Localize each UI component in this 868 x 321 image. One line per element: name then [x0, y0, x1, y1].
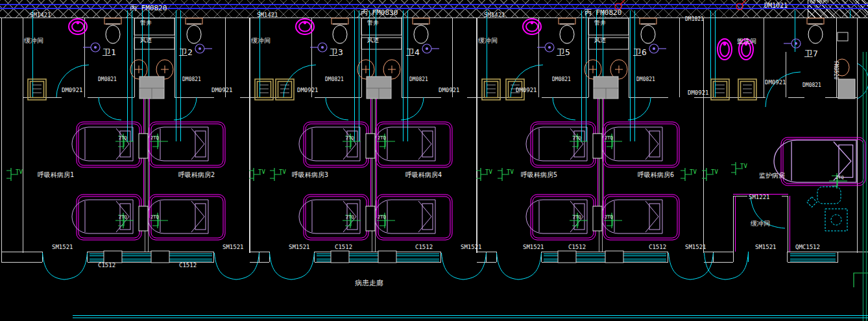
door-label-dm0921-l: DM0921 — [62, 88, 83, 93]
room-label-wc4: 卫4 — [406, 48, 420, 56]
gas-outlet-label: 2TQ — [605, 136, 613, 141]
module-3-geometry — [477, 10, 714, 279]
fm-door-label-3: 丙 FM0820 — [585, 9, 621, 16]
door-label-dm0921-r: DM0921 — [439, 88, 460, 93]
room-label-wc1: 卫1 — [102, 48, 116, 56]
room-label-ward1: 呼吸科病房1 — [38, 172, 74, 178]
gas-outlet-label: 2TQ — [573, 136, 581, 141]
floor-plan-linework — [0, 0, 868, 321]
gas-outlet-label: 2TQ — [836, 176, 844, 180]
room-label-wc5: 卫5 — [557, 48, 570, 56]
door-label-dm0821: DM0821 — [802, 83, 821, 88]
room-label-washroom: 盥洗间 — [737, 38, 756, 45]
room-label-air-duct: 风道 — [594, 38, 606, 43]
room-label-ward2: 呼吸科病房2 — [178, 172, 215, 178]
door-label-sm1521-l: SM1521 — [523, 244, 544, 250]
door-label-sm1421: SM1421 — [484, 12, 505, 18]
room-label-ward4: 呼吸科病房4 — [405, 172, 442, 178]
gas-outlet-label: 2TQ — [151, 215, 159, 220]
module-1-geometry — [23, 10, 259, 279]
room-label-buffer: 缓冲间 — [24, 38, 43, 44]
gas-outlet-label: 2TQ — [605, 215, 613, 220]
door-label-sm1521-r: SM1521 — [461, 244, 482, 250]
window-label-c1512-l: C1512 — [568, 244, 586, 250]
tv-outlet-label: TV — [485, 169, 492, 175]
door-label-dm0821-r: DM0821 — [409, 77, 428, 82]
corridor-far-wall — [73, 316, 868, 318]
room-label-wc6: 卫6 — [633, 48, 647, 56]
tv-outlet-label: TV — [740, 163, 747, 169]
equipment-dashed-icons — [807, 187, 847, 231]
tv-outlet-label: TV — [690, 169, 697, 175]
gas-outlet-label: 2TQ — [346, 136, 354, 141]
room-label-wc7: 卫7 — [804, 49, 818, 58]
door-label-sm1521: SM1521 — [755, 244, 777, 250]
fm-door-label-1: 丙 FM0820 — [130, 5, 167, 12]
door-label-sm1221: SM1221 — [749, 195, 770, 200]
corridor-label: 病患走廊 — [355, 279, 383, 287]
door-label-dm0921-l: DM0921 — [297, 88, 319, 93]
window-label-c1512-r: C1512 — [415, 244, 433, 250]
right-section-geometry — [704, 10, 868, 321]
window-label-c1512-l: C1512 — [335, 244, 352, 250]
door-label-sm1521-r: SM1521 — [223, 244, 244, 250]
room-label-wc2: 卫2 — [179, 48, 193, 56]
window-label-c1512-r: C1512 — [179, 263, 197, 268]
module-2-geometry — [250, 10, 487, 279]
door-label-dm0821-r: DM0821 — [182, 77, 201, 82]
gas-outlet-label: 2TQ — [119, 136, 127, 141]
tv-outlet-brackets — [6, 162, 743, 181]
room-label-pipe-shaft: 管井 — [367, 20, 379, 26]
window-label-qmc1512: QMC1512 — [795, 244, 820, 250]
door-label-sm1521-l: SM1521 — [52, 244, 73, 250]
tv-outlet-label: TV — [16, 169, 23, 175]
fm-door-label-2: 丙 FM0830 — [361, 9, 398, 16]
dm1021-label-b: DM1021 — [764, 3, 788, 9]
door-label-dm0921-r: DM0921 — [211, 88, 233, 93]
window-label-c1512-l: C1512 — [98, 263, 115, 268]
room-label-wc3: 卫3 — [330, 48, 343, 56]
room-label-buffer: 缓冲间 — [478, 38, 498, 44]
room-label-air-duct: 风道 — [140, 38, 152, 43]
door-label-sm1521-r: SM1521 — [685, 244, 706, 250]
tv-outlet-label: TV — [711, 169, 718, 175]
tv-outlet-label: TV — [507, 169, 514, 175]
gas-outlet-label: 2TQ — [119, 215, 127, 220]
left-exterior-wall — [1, 18, 23, 263]
room-label-ward6: 呼吸科病房6 — [638, 172, 674, 178]
door-label-dm0921: DM0921 — [765, 80, 786, 86]
room-label-buffer2: 缓冲间 — [751, 220, 770, 227]
gas-outlet-label: 2TQ — [378, 215, 386, 220]
door-label-dm0821-l: DM0821 — [552, 77, 571, 82]
room-label-buffer: 缓冲间 — [251, 38, 271, 44]
room-label-dirty-utility: 污物间 — [810, 0, 829, 3]
room-label-pipe-shaft: 管井 — [594, 20, 606, 26]
door-label-sm1521-l: SM1521 — [289, 244, 310, 250]
tv-outlet-label: TV — [279, 169, 286, 175]
gas-outlet-label: 2TQ — [573, 215, 581, 220]
door-label-dm0821-r: DM0821 — [636, 77, 655, 82]
gas-outlet-label: 2TQ — [151, 136, 159, 141]
door-label-dm0921-l: DM0921 — [516, 88, 537, 93]
tv-outlet-label: TV — [258, 169, 265, 175]
cad-canvas[interactable]: 丙 FM0820丙 FM0830丙 FM0820DM1021DM1021SM14… — [0, 0, 868, 321]
room-label-ward5: 呼吸科病房5 — [521, 172, 557, 178]
door-label-sm1421: SM1421 — [30, 12, 51, 18]
door-label-fm0520: FM0520 — [833, 61, 838, 80]
room-label-pipe-shaft: 管井 — [140, 20, 152, 26]
door-label-dm0921-r: DM0921 — [688, 90, 709, 96]
room-label-icu-ward: 监护病房 — [759, 172, 785, 179]
room-label-air-duct: 风道 — [367, 38, 379, 43]
window-label-c1512-r: C1512 — [649, 244, 666, 250]
door-label-dm0821-l: DM0821 — [98, 77, 117, 82]
door-label-sm1421: SM1421 — [257, 12, 278, 18]
gas-outlet-label: 2TQ — [378, 136, 386, 141]
room-label-ward3: 呼吸科病房3 — [292, 172, 328, 178]
door-label-dm0821-l: DM0821 — [325, 77, 344, 82]
dm1021-label-a: DM1021 — [685, 17, 704, 22]
gas-outlet-label: 2TQ — [346, 215, 354, 220]
